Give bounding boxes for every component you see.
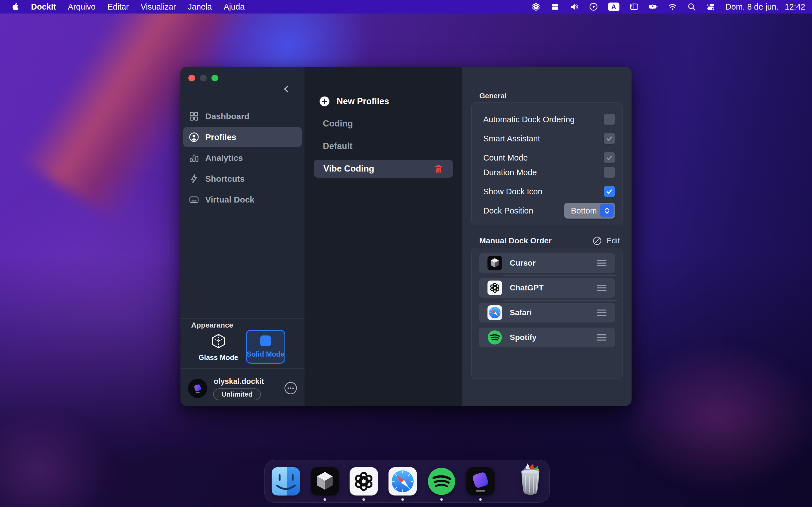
setting-label: Show Dock Icon [483, 187, 543, 196]
stacked-windows-status-icon[interactable] [551, 2, 560, 11]
menu-arquivo[interactable]: Arquivo [68, 2, 96, 11]
sidebar-item-shortcuts[interactable]: Shortcuts [183, 169, 302, 189]
sidebar-item-profiles[interactable]: Profiles [183, 127, 302, 147]
spotify-app-icon [487, 330, 502, 345]
safari-app-icon [487, 305, 502, 320]
dock-order-row-chatgpt[interactable]: ChatGPT [479, 278, 615, 298]
drag-handle-icon[interactable] [597, 309, 607, 316]
setting-row-smart-assistant: Smart Assistant [483, 132, 615, 145]
setting-row-automatic-dock-ordering: Automatic Dock Ordering [483, 113, 615, 126]
glass-mode-label: Glass Mode [199, 353, 238, 362]
dock-spotify-icon[interactable] [427, 467, 456, 496]
sidebar-item-label: Analytics [205, 153, 243, 163]
general-card: Automatic Dock Ordering Smart Assistant … [471, 102, 622, 225]
dock-trash-icon[interactable] [515, 462, 546, 498]
dock-order-row-spotify[interactable]: Spotify [479, 328, 615, 347]
plan-badge: Unlimited [213, 388, 261, 400]
edit-label: Edit [606, 237, 620, 245]
menu-app-name[interactable]: DockIt [31, 2, 56, 11]
appearance-title: Appearance [191, 321, 233, 330]
solid-square-icon [260, 335, 271, 346]
battery-charging-status-icon[interactable] [649, 2, 658, 11]
dock-rect-icon [189, 194, 199, 205]
dock-safari-icon[interactable] [388, 467, 417, 496]
new-profiles-button[interactable]: New Profiles [319, 96, 389, 107]
dock-order-row-safari[interactable]: Safari [479, 303, 615, 323]
dock-order-row-cursor[interactable]: Cursor [479, 253, 615, 273]
glass-mode-option[interactable]: Glass Mode [195, 333, 242, 362]
apple-menu-icon[interactable] [10, 2, 19, 11]
sidebar-item-analytics[interactable]: Analytics [183, 148, 302, 168]
chatgpt-status-icon[interactable] [531, 2, 541, 11]
menu-bar-time: 12:42 [784, 2, 805, 11]
grid-icon [189, 111, 199, 121]
dock-order-app-name: ChatGPT [510, 283, 544, 292]
chatgpt-app-icon [487, 280, 502, 295]
sidebar-item-label: Dashboard [205, 112, 250, 121]
slash-circle-icon [592, 236, 602, 245]
menu-editar[interactable]: Editar [107, 2, 129, 11]
menu-ajuda[interactable]: Ajuda [223, 2, 245, 11]
setting-label: Duration Mode [483, 168, 537, 177]
sidebar-item-label: Profiles [205, 132, 236, 142]
dock-dockit-icon[interactable] [466, 467, 495, 496]
control-center-icon[interactable] [706, 2, 715, 11]
input-source-status-icon[interactable]: A [608, 3, 619, 11]
duration-mode-checkbox[interactable] [604, 167, 615, 178]
manual-dock-order-title: Manual Dock Order [479, 236, 552, 245]
profiles-panel: New Profiles Coding Default Vibe Coding [305, 67, 462, 406]
edit-button[interactable]: Edit [592, 236, 620, 245]
profile-item-vibe-coding[interactable]: Vibe Coding [314, 160, 453, 178]
solid-mode-option[interactable]: Solid Mode [246, 330, 285, 363]
drag-handle-icon[interactable] [597, 260, 607, 267]
setting-label: Automatic Dock Ordering [483, 115, 574, 124]
show-dock-icon-checkbox[interactable] [604, 186, 615, 197]
minimize-button[interactable] [200, 75, 207, 81]
menu-visualizar[interactable]: Visualizar [141, 2, 176, 11]
menu-bar-clock[interactable]: Dom. 8 de jun. 12:42 [725, 2, 805, 11]
display-sidebar-status-icon[interactable] [629, 2, 639, 11]
dock-separator [505, 468, 505, 495]
collapse-sidebar-button[interactable] [282, 84, 292, 94]
automatic-dock-ordering-checkbox[interactable] [604, 114, 615, 125]
dock-chatgpt-icon[interactable] [349, 467, 378, 496]
menu-bar: DockIt Arquivo Editar Visualizar Janela … [0, 0, 812, 13]
manual-dock-order-card: Cursor ChatGPT Safari S [471, 248, 622, 379]
sidebar-nav: Dashboard Profiles Analytics Shortcuts V… [183, 106, 302, 210]
smart-assistant-checkbox[interactable] [604, 133, 615, 144]
manual-dock-order-header: Manual Dock Order Edit [479, 235, 620, 246]
count-mode-checkbox[interactable] [604, 152, 615, 163]
menu-janela[interactable]: Janela [188, 2, 212, 11]
dock-cursor-icon[interactable] [310, 467, 340, 496]
account-more-button[interactable] [284, 382, 297, 395]
wifi-status-icon[interactable] [668, 2, 677, 11]
person-circle-icon [189, 132, 199, 142]
dock-position-select[interactable]: Bottom [564, 203, 615, 219]
drag-handle-icon[interactable] [597, 284, 607, 291]
dock-finder-icon[interactable] [271, 467, 301, 496]
plus-circle-icon [319, 96, 330, 107]
profile-item-coding[interactable]: Coding [323, 119, 353, 129]
dock-order-app-name: Spotify [510, 333, 537, 342]
settings-panel: General Automatic Dock Ordering Smart As… [462, 67, 631, 406]
zoom-button[interactable] [211, 75, 218, 81]
dock [264, 460, 550, 503]
profile-item-default[interactable]: Default [323, 141, 352, 151]
play-status-icon[interactable] [589, 2, 598, 11]
sidebar-item-virtual-dock[interactable]: Virtual Dock [183, 189, 302, 210]
setting-label: Count Mode [483, 153, 528, 163]
lightning-bolt-icon [189, 174, 199, 184]
sidebar-item-label: Virtual Dock [205, 195, 255, 205]
drag-handle-icon[interactable] [597, 334, 607, 341]
sidebar-divider [181, 218, 305, 218]
setting-row-duration-mode: Duration Mode [483, 166, 615, 179]
volume-status-icon[interactable] [570, 2, 579, 11]
account-section: olyskal.dockit Unlimited [181, 374, 305, 406]
close-button[interactable] [188, 75, 195, 81]
delete-profile-button[interactable] [434, 164, 444, 174]
spotlight-search-icon[interactable] [687, 2, 696, 11]
input-source-letter: A [612, 3, 616, 10]
sidebar-divider [181, 318, 305, 319]
window-controls [188, 75, 218, 81]
sidebar-item-dashboard[interactable]: Dashboard [183, 106, 302, 126]
